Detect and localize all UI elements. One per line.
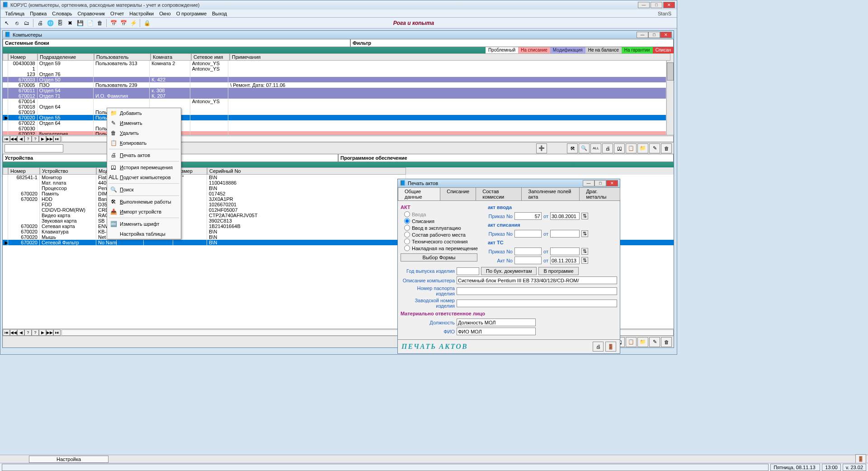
col-Серийный No[interactable]: Серийный No <box>207 167 406 175</box>
min-button[interactable]: — <box>638 2 650 8</box>
tb-net2-icon[interactable]: 🗄 <box>56 19 65 28</box>
table-row[interactable]: 670018Отдел 64 <box>3 104 666 109</box>
tb-tools-icon[interactable]: ✖ <box>66 19 75 28</box>
inprog-button[interactable]: В программе <box>538 267 578 275</box>
nav-q1[interactable]: ? <box>24 136 32 142</box>
nav2-nextpage[interactable]: ▶▶ <box>46 329 53 336</box>
btn-search-icon[interactable]: 🔍 <box>579 143 590 153</box>
dlg-close-button[interactable]: ✕ <box>606 180 618 186</box>
close-button[interactable]: ✕ <box>663 2 675 8</box>
nav2-q2[interactable]: ? <box>32 329 39 336</box>
table-row[interactable]: 670030Польз <box>3 126 666 131</box>
radio-Накладная на перемещение[interactable]: Накладная на перемещение <box>401 245 484 252</box>
btn-history-icon[interactable]: 🕮 <box>614 143 625 153</box>
factory-input[interactable] <box>457 300 617 307</box>
col-Подразделение[interactable]: Подразделение <box>38 53 94 61</box>
nav-q2[interactable]: ? <box>32 136 39 142</box>
date-spinner-icon[interactable]: ⇅ <box>581 213 588 219</box>
ctx-Настройка таблицы[interactable]: Настройка таблицы <box>107 229 181 239</box>
ctx-Добавить[interactable]: 📁Добавить <box>107 108 181 118</box>
child-close-button[interactable]: ✕ <box>660 32 672 38</box>
radio-Ввод в эксплуатацию[interactable]: Ввод в эксплуатацию <box>401 224 484 231</box>
table-row[interactable]: 670014Antonov_YS <box>3 99 666 104</box>
tab-Драг. металлы[interactable]: Драг. металлы <box>579 187 620 200</box>
nav2-first[interactable]: ⏮ <box>3 329 10 336</box>
nav-next[interactable]: ▶ <box>39 136 46 142</box>
table-row[interactable]: 670003Отдел 50К. 422 <box>3 77 666 82</box>
akt-no-input[interactable] <box>514 257 542 264</box>
year-input[interactable] <box>457 267 479 275</box>
tb-net1-icon[interactable]: 🌐 <box>46 19 55 28</box>
pos-input[interactable] <box>457 319 536 326</box>
col-Пользователь[interactable]: Пользователь <box>94 53 151 61</box>
ctx-Импорт устройств[interactable]: 📥Импорт устройств <box>107 207 181 217</box>
ctx-Печать актов[interactable]: 🖨Печать актов <box>107 150 181 160</box>
tb-disk-icon[interactable]: 💾 <box>75 19 85 28</box>
btn-new-icon[interactable]: 📁 <box>637 143 648 153</box>
nav2-prevpage[interactable]: ◀◀ <box>10 329 17 336</box>
col-Примечания[interactable]: Примечания <box>230 53 670 61</box>
ctx-Копировать[interactable]: 📋Копировать <box>107 138 181 148</box>
table-row[interactable]: 00430038Отдел 59Пользователь 313Комната … <box>3 61 666 66</box>
date-spinner-icon[interactable]: ⇅ <box>581 230 588 237</box>
tb-lock-icon[interactable]: 🔒 <box>142 19 151 28</box>
table-row[interactable]: 670022Отдел 64 <box>3 120 666 126</box>
menu-about[interactable]: О программе <box>174 10 209 17</box>
fio-input[interactable] <box>457 328 536 335</box>
btn-tools-icon[interactable]: 🛠 <box>567 143 578 153</box>
prikaz-date-input[interactable] <box>550 212 580 220</box>
btn2-edit-icon[interactable]: ✎ <box>649 337 660 347</box>
col-Устройство[interactable]: Устройство <box>40 167 96 175</box>
date-spinner-icon[interactable]: ⇅ <box>581 248 588 255</box>
table-row[interactable]: 123Отдел 76 <box>3 71 666 77</box>
btn-edit-icon[interactable]: ✎ <box>649 143 660 153</box>
form-select-button[interactable]: Выбор Формы <box>401 253 477 262</box>
btn2-delete-icon[interactable]: 🗑 <box>661 337 672 347</box>
tab-Общие данные[interactable]: Общие данные <box>398 187 440 200</box>
ctx-Подсчет компьютеров[interactable]: ALLПодсчет компьютеров <box>107 172 181 182</box>
context-menu[interactable]: 📁Добавить✎Изменить🗑Удалить📋Копировать🖨Пе… <box>107 108 181 239</box>
tb-ptr-icon[interactable]: ↖ <box>2 19 11 28</box>
tb-print-icon[interactable]: 🖨 <box>36 19 45 28</box>
table-row[interactable]: 670005ПЗОПользователь 239\ Ремонт. Дата:… <box>3 82 666 88</box>
prikaz-no-input[interactable] <box>514 212 542 220</box>
nav-prevpage[interactable]: ◀◀ <box>10 136 17 142</box>
radio-Технического состояния[interactable]: Технического состояния <box>401 238 484 245</box>
grid1-scrollbar[interactable] <box>666 61 674 135</box>
tab-Состав комиссии[interactable]: Состав комиссии <box>476 187 522 200</box>
table-row[interactable]: ▶670020Отдел 55Польз <box>3 115 666 120</box>
ctx-Удалить[interactable]: 🗑Удалить <box>107 128 181 138</box>
menu-report[interactable]: Отчет <box>108 10 127 17</box>
tb-cal1-icon[interactable]: 📅 <box>109 19 118 28</box>
nav2-last[interactable]: ⏭ <box>53 329 61 336</box>
prikaz-no-input[interactable] <box>514 230 542 238</box>
col-Сетевое имя[interactable]: Сетевое имя <box>191 53 230 61</box>
ctx-Поиск[interactable]: 🔍Поиск <box>107 185 181 195</box>
ctx-Изменить[interactable]: ✎Изменить <box>107 118 181 128</box>
max-button[interactable]: □ <box>651 2 662 8</box>
nav-nextpage[interactable]: ▶▶ <box>46 136 53 142</box>
btn2-copy-icon[interactable]: 📋 <box>626 337 637 347</box>
child-max-button[interactable]: □ <box>648 32 660 38</box>
menu-reference[interactable]: Справочник <box>75 10 108 17</box>
table-row[interactable]: 670032БухгалтерияПольз <box>3 131 666 135</box>
table-row[interactable]: 1Antonov_YS <box>3 66 666 71</box>
grid1-body[interactable]: 00430038Отдел 59Пользователь 313Комната … <box>3 61 666 135</box>
menu-edit[interactable]: Правка <box>27 10 49 17</box>
radio-Состав рабочего места[interactable]: Состав рабочего места <box>401 231 484 238</box>
col-Номер[interactable]: Номер <box>8 53 38 61</box>
bydoc-button[interactable]: По бух. документам <box>481 267 537 275</box>
prikaz-date-input[interactable] <box>550 230 580 238</box>
radio-Списания[interactable]: Списания <box>401 218 484 224</box>
tb-cal2-icon[interactable]: 📅 <box>119 19 128 28</box>
radio-Ввода[interactable]: Ввода <box>401 211 484 218</box>
btn-print-icon[interactable]: 🖨 <box>602 143 613 153</box>
btn2-new-icon[interactable]: 📁 <box>637 337 648 347</box>
tab-Заполнение полей акта[interactable]: Заполнение полей акта <box>521 187 580 200</box>
nav2-prev[interactable]: ◀ <box>17 329 24 336</box>
ctx-Изменить шрифт[interactable]: 🔤Изменить шрифт <box>107 219 181 229</box>
dlg-min-button[interactable]: — <box>583 180 594 186</box>
prikaz-date-input[interactable] <box>550 247 580 255</box>
dlg-print-icon[interactable]: 🖨 <box>593 342 604 352</box>
btn-all-icon[interactable]: ALL <box>590 143 601 153</box>
